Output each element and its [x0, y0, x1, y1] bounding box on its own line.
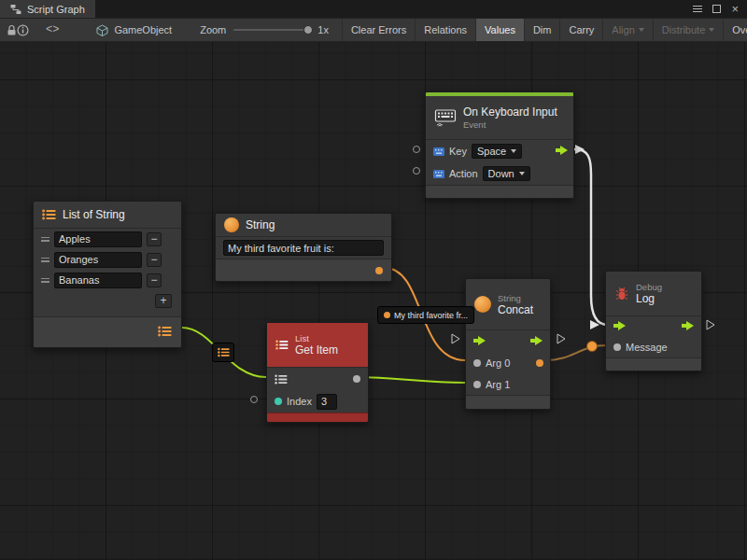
chevron-down-icon	[511, 149, 516, 153]
value-bubble-list	[212, 343, 234, 362]
list-icon	[218, 347, 230, 357]
node-category: Debug	[636, 282, 662, 292]
remove-item-button[interactable]: −	[147, 232, 162, 246]
clear-errors-button[interactable]: Clear Errors	[342, 19, 415, 41]
arg1-input-port[interactable]	[473, 381, 481, 388]
gameobject-cube-icon	[96, 24, 108, 36]
node-subtitle: Event	[463, 119, 557, 130]
distribute-button[interactable]: Distribute	[653, 19, 723, 41]
chevron-down-icon	[639, 28, 644, 32]
arg0-input-port[interactable]	[473, 359, 481, 367]
chevron-down-icon	[709, 28, 714, 32]
remove-item-button[interactable]: −	[147, 273, 162, 287]
node-category: List	[295, 333, 338, 343]
list-item-input[interactable]	[54, 273, 142, 288]
zoom-label: Zoom	[200, 24, 226, 35]
node-title: String	[246, 218, 275, 231]
hollow-flow-triangle	[452, 334, 459, 343]
drag-handle-icon[interactable]	[41, 256, 49, 264]
zoom-slider-thumb[interactable]	[303, 25, 313, 35]
align-button[interactable]: Align	[602, 19, 652, 41]
code-icon[interactable]: <>	[38, 23, 66, 36]
graph-toolbar: <> GameObject Zoom 1x Clear Errors Relat…	[0, 18, 747, 42]
window-menu-icon[interactable]	[693, 4, 702, 14]
arg0-label: Arg 0	[486, 357, 510, 369]
value-bubble-dot	[586, 341, 598, 352]
add-item-button[interactable]: +	[155, 294, 172, 308]
arg1-label: Arg 1	[486, 379, 510, 390]
titlebar: Script Graph ×	[0, 0, 747, 18]
carry-button[interactable]: Carry	[559, 19, 602, 41]
node-string-literal[interactable]: String	[215, 213, 392, 282]
node-concat[interactable]: String Concat Arg 0 Arg 1	[465, 278, 551, 410]
wire-concat-to-log-message[interactable]	[544, 345, 607, 360]
node-get-item[interactable]: List Get Item Index	[266, 322, 369, 423]
hollow-flow-triangle	[707, 320, 714, 329]
list-item-input[interactable]	[54, 231, 142, 247]
key-dropdown[interactable]: Space	[472, 144, 522, 159]
trigger-output-port[interactable]	[682, 321, 694, 332]
flow-arrowhead	[575, 145, 585, 154]
bug-icon	[614, 287, 629, 301]
list-output-port[interactable]	[158, 326, 172, 339]
info-icon[interactable]	[17, 19, 29, 41]
node-on-keyboard-input[interactable]: On Keyboard Input Event Key Space Action…	[425, 91, 574, 199]
item-output-port[interactable]	[353, 375, 360, 383]
key-icon	[433, 170, 444, 178]
index-input-port[interactable]	[275, 398, 282, 405]
zoom-value: 1x	[317, 24, 329, 35]
keyboard-key-port[interactable]	[413, 146, 420, 153]
list-icon	[42, 209, 56, 220]
index-input[interactable]	[317, 394, 337, 410]
node-title: Get Item	[295, 343, 338, 357]
trigger-input-port[interactable]	[473, 336, 486, 347]
key-row-label: Key	[449, 146, 467, 157]
hollow-flow-triangle	[557, 334, 565, 343]
index-label: Index	[287, 396, 312, 407]
trigger-output-port[interactable]	[530, 336, 543, 347]
graph-canvas[interactable]: On Keyboard Input Event Key Space Action…	[0, 42, 747, 559]
gameobject-label: GameObject	[114, 24, 172, 35]
result-output-port[interactable]	[536, 359, 543, 367]
message-input-port[interactable]	[613, 343, 621, 351]
window-controls: ×	[693, 0, 747, 18]
zoom-slider[interactable]	[233, 29, 310, 31]
list-item-input[interactable]	[54, 252, 142, 268]
zoom-control: Zoom 1x	[200, 24, 329, 35]
action-dropdown[interactable]: Down	[483, 166, 530, 181]
drag-handle-icon[interactable]	[41, 276, 49, 285]
node-title: Log	[636, 292, 662, 305]
close-icon[interactable]: ×	[731, 3, 739, 15]
list-input-port[interactable]	[275, 374, 288, 385]
toolbar-buttons: Clear Errors Relations Values Dim Carry …	[342, 19, 747, 41]
lock-icon[interactable]	[7, 19, 17, 41]
maximize-icon[interactable]	[712, 5, 721, 13]
getitem-index-port[interactable]	[250, 396, 258, 403]
key-icon	[433, 147, 444, 156]
values-button[interactable]: Values	[475, 19, 524, 41]
wire-getitem-to-concat-arg1[interactable]	[355, 377, 465, 383]
node-title: List of String	[63, 208, 125, 221]
gameobject-reference[interactable]: GameObject	[96, 24, 172, 36]
node-title: Concat	[498, 303, 533, 316]
keyboard-action-port[interactable]	[413, 167, 420, 175]
tab-script-graph[interactable]: Script Graph	[0, 0, 95, 18]
overview-button[interactable]: Overv	[723, 19, 747, 41]
action-row-label: Action	[449, 168, 478, 179]
string-type-icon	[474, 296, 491, 313]
node-debug-log[interactable]: Debug Log Message	[605, 271, 702, 371]
message-label: Message	[626, 342, 668, 353]
string-output-port[interactable]	[375, 267, 383, 274]
string-type-icon	[224, 217, 239, 232]
string-value-input[interactable]	[223, 240, 384, 256]
drag-handle-icon[interactable]	[41, 235, 49, 244]
string-value-dot	[384, 312, 390, 318]
trigger-output-port[interactable]	[556, 146, 568, 157]
node-list-of-string[interactable]: List of String − − −	[33, 201, 182, 348]
chevron-down-icon	[519, 172, 525, 175]
trigger-input-port[interactable]	[613, 321, 626, 332]
remove-item-button[interactable]: −	[147, 253, 162, 267]
dim-button[interactable]: Dim	[524, 19, 560, 41]
relations-button[interactable]: Relations	[415, 19, 475, 41]
error-footer-bar	[267, 413, 368, 422]
